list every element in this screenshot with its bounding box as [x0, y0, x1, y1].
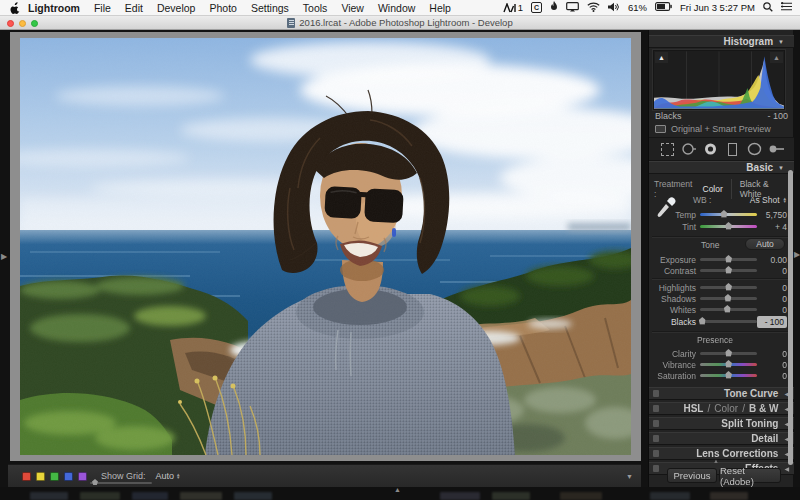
spotlight-search-icon[interactable]	[763, 2, 773, 14]
menu-window[interactable]: Window	[378, 2, 415, 14]
auto-tone-button[interactable]: Auto	[745, 238, 785, 250]
tone-curve-panel-header[interactable]: Tone Curve ◀	[649, 387, 794, 400]
close-window-button[interactable]	[7, 20, 14, 27]
previous-button[interactable]: Previous	[667, 468, 717, 483]
spot-removal-icon[interactable]	[681, 141, 697, 157]
zoom-window-button[interactable]	[31, 20, 38, 27]
graduated-filter-icon[interactable]	[724, 141, 740, 157]
bw-tab[interactable]: B & W	[749, 403, 778, 414]
saturation-slider[interactable]	[700, 374, 757, 377]
menu-edit[interactable]: Edit	[125, 2, 143, 14]
color-label-red[interactable]	[22, 472, 31, 481]
menu-lightroom[interactable]: Lightroom	[28, 2, 80, 14]
slider-handle[interactable]	[725, 222, 732, 230]
crop-icon[interactable]	[659, 141, 675, 157]
panel-toggle[interactable]	[653, 450, 659, 457]
window-title-bar[interactable]: 2016.lrcat - Adobe Photoshop Lightroom -…	[0, 16, 800, 30]
slider-handle[interactable]	[725, 360, 732, 368]
radial-filter-icon[interactable]	[746, 141, 762, 157]
slider-handle[interactable]	[724, 305, 731, 313]
slider-handle[interactable]	[724, 294, 731, 302]
apple-menu-icon[interactable]	[10, 2, 20, 14]
whites-slider[interactable]	[700, 308, 757, 311]
color-label-purple[interactable]	[78, 472, 87, 481]
highlight-clipping-indicator[interactable]: ▲	[770, 52, 783, 63]
toolbar-options-chevron-icon[interactable]: ▼	[626, 473, 633, 480]
tool-strip	[649, 137, 794, 161]
filmstrip-expand-arrow[interactable]: ▲	[394, 487, 401, 493]
histogram-panel-header[interactable]: Histogram▼	[649, 35, 794, 48]
tint-slider[interactable]	[700, 225, 757, 228]
adobe-cc-icon[interactable]: 1	[503, 2, 523, 13]
wb-preset-dropdown[interactable]: As Shot ▲▼	[750, 195, 787, 205]
slider-handle[interactable]	[699, 317, 706, 325]
hsl-tab[interactable]: HSL	[683, 403, 703, 414]
hsl-panel-header[interactable]: HSL / Color / B & W ◀	[649, 402, 794, 415]
shadow-clipping-indicator[interactable]: ▲	[655, 52, 668, 63]
color-label-yellow[interactable]	[36, 472, 45, 481]
panel-toggle[interactable]	[653, 420, 659, 427]
right-panel-collapse-arrow[interactable]: ▶	[794, 250, 800, 259]
menu-photo[interactable]: Photo	[209, 2, 236, 14]
notification-center-icon[interactable]	[781, 2, 792, 13]
panel-toggle[interactable]	[653, 390, 659, 397]
photo-canvas[interactable]	[20, 38, 631, 455]
highlights-slider[interactable]	[700, 286, 757, 289]
slider-handle[interactable]	[720, 210, 727, 218]
color-label-blue[interactable]	[64, 472, 73, 481]
left-panel-expand-arrow[interactable]: ▶	[1, 252, 7, 261]
slider-handle[interactable]	[725, 266, 732, 274]
display-mirroring-icon[interactable]	[566, 2, 579, 14]
lens-corrections-panel-header[interactable]: Lens Corrections ◀	[649, 447, 794, 460]
menu-view[interactable]: View	[341, 2, 364, 14]
adjustment-brush-icon[interactable]	[768, 141, 784, 157]
color-tab[interactable]: Color	[714, 403, 738, 414]
slider-handle[interactable]	[725, 255, 732, 263]
wifi-icon[interactable]	[587, 2, 600, 14]
macos-menu-bar: Lightroom File Edit Develop Photo Settin…	[0, 0, 800, 16]
smart-preview-status[interactable]: Original + Smart Preview	[655, 124, 771, 134]
panel-scrollbar[interactable]	[788, 170, 793, 465]
collapse-triangle-icon: ▼	[778, 165, 784, 171]
detail-panel-header[interactable]: Detail ◀	[649, 432, 794, 445]
slider-handle[interactable]	[725, 371, 732, 379]
exposure-slider[interactable]	[700, 258, 757, 261]
histogram-readout: Blacks - 100	[655, 111, 788, 121]
menu-help[interactable]: Help	[429, 2, 451, 14]
blacks-slider[interactable]	[700, 320, 757, 323]
color-label-green[interactable]	[50, 472, 59, 481]
reset-button[interactable]: Reset (Adobe)	[719, 468, 781, 483]
histogram-display[interactable]: ▲ ▲	[653, 50, 785, 110]
shadows-slider[interactable]	[700, 297, 757, 300]
contrast-slider[interactable]	[700, 269, 757, 272]
color-label-swatches	[22, 472, 87, 481]
slider-handle[interactable]	[92, 479, 98, 485]
menu-bar-clock[interactable]: Fri Jun 3 5:27 PM	[680, 2, 755, 13]
treatment-color-option[interactable]: Color	[703, 184, 723, 194]
slider-clarity: Clarity 0	[654, 348, 787, 359]
slider-exposure: Exposure 0.00	[654, 254, 787, 265]
slider-handle[interactable]	[725, 349, 732, 357]
clarity-slider[interactable]	[700, 352, 757, 355]
panel-toggle[interactable]	[653, 465, 659, 472]
flame-app-icon[interactable]	[550, 1, 558, 14]
temp-slider[interactable]	[700, 213, 757, 216]
panel-toggle[interactable]	[653, 405, 659, 412]
menu-tools[interactable]: Tools	[303, 2, 328, 14]
menu-develop[interactable]: Develop	[157, 2, 196, 14]
menu-file[interactable]: File	[94, 2, 111, 14]
grid-opacity-slider[interactable]	[90, 482, 152, 484]
panel-toggle[interactable]	[653, 435, 659, 442]
vibrance-slider[interactable]	[700, 363, 757, 366]
red-eye-icon[interactable]	[703, 141, 719, 157]
grid-mode-dropdown[interactable]: Auto ▲▼	[156, 471, 181, 481]
battery-icon[interactable]	[655, 2, 672, 13]
minimize-window-button[interactable]	[19, 20, 26, 27]
filmstrip-bar[interactable]: ▲	[0, 487, 800, 500]
split-toning-panel-header[interactable]: Split Toning ◀	[649, 417, 794, 430]
c-app-icon[interactable]: C	[531, 2, 542, 13]
slider-handle[interactable]	[725, 283, 732, 291]
volume-icon[interactable]	[608, 2, 620, 14]
menu-settings[interactable]: Settings	[251, 2, 289, 14]
basic-panel-header[interactable]: Basic▼	[649, 161, 794, 174]
